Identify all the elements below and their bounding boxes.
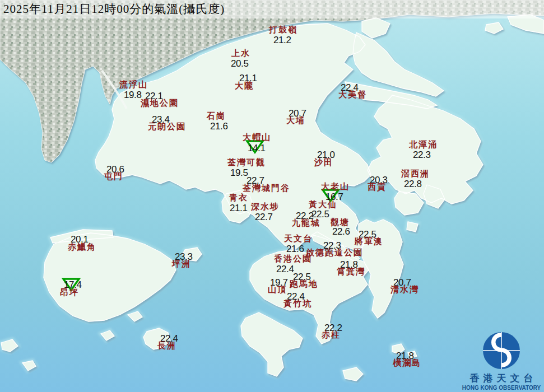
station-temp: 21.2 — [273, 35, 291, 45]
station-temp: 22.7 — [255, 212, 273, 222]
station-name: 赤鱲角 — [68, 243, 96, 251]
station-name: 打鼓嶺 — [269, 26, 297, 34]
station-temp: 22.6 — [332, 227, 350, 236]
station-temp: 19.8 — [124, 90, 142, 100]
station-temp: 22.4 — [276, 264, 294, 274]
temperature-map-page: 2025年11月21日12時00分的氣溫(攝氏度) 21.2打鼓嶺20.5上水2… — [0, 0, 544, 392]
station-name: 香港公園 — [274, 255, 312, 263]
station-temp: 22.8 — [404, 179, 422, 189]
station-name: 流浮山 — [119, 81, 148, 89]
station-name: 大老山 — [321, 183, 350, 191]
station-name: 荃灣可觀 — [227, 158, 266, 167]
station-name: 元朗公園 — [148, 123, 186, 131]
station-name: 山頂 — [268, 286, 287, 294]
station-temp: 21.6 — [210, 122, 228, 131]
station-name: 大美督 — [338, 91, 367, 99]
station-temp: 20.5 — [231, 59, 249, 68]
station-name: 跑馬地 — [290, 280, 318, 288]
station-name: 大隴 — [235, 82, 254, 90]
station-name: 橫瀾島 — [393, 359, 421, 367]
station-name: 坪洲 — [172, 260, 191, 268]
station-name: 筲箕灣 — [337, 268, 365, 276]
station-name: 深水埗 — [251, 203, 280, 211]
station-name: 黃大仙 — [309, 200, 337, 209]
station-name: 清水灣 — [390, 286, 419, 294]
station-name: 北潭涌 — [409, 141, 438, 149]
station-temp: 21.1 — [230, 203, 248, 213]
hko-logo-icon — [479, 330, 524, 373]
station-name: 沙田 — [314, 158, 333, 167]
station-name: 昂坪 — [60, 288, 79, 297]
station-name: 赤柱 — [322, 331, 341, 339]
hko-logo-name-english: HONG KONG OBSERVATORY — [461, 385, 542, 391]
station-name: 觀塘 — [331, 218, 350, 227]
station-name: 黃竹坑 — [283, 300, 312, 308]
station-name: 滘西洲 — [401, 170, 430, 178]
station-name: 將軍澳 — [355, 237, 383, 246]
station-name: 九龍城 — [292, 219, 320, 227]
station-temp: 14.1 — [248, 143, 266, 153]
station-temp: 21.6 — [286, 244, 304, 254]
station-name: 青衣 — [229, 194, 248, 202]
map-title: 2025年11月21日12時00分的氣溫(攝氏度) — [3, 1, 225, 17]
station-name: 屯門 — [104, 172, 123, 181]
station-name: 長洲 — [157, 342, 176, 350]
hko-logo: 香港天文台 HONG KONG OBSERVATORY — [461, 330, 542, 391]
station-name: 天文台 — [284, 235, 313, 243]
station-temp: 22.5 — [311, 209, 329, 219]
station-name: 濕地公園 — [141, 99, 179, 108]
station-name: 大埔 — [286, 116, 305, 125]
station-name: 上水 — [231, 49, 250, 58]
station-name: 荃灣城門谷 — [243, 184, 290, 193]
station-name: 大帽山 — [243, 133, 271, 142]
station-name: 西貢 — [368, 183, 387, 192]
station-temp: 19.5 — [230, 168, 248, 178]
station-name: 啟德跑道公園 — [306, 249, 363, 257]
station-name: 石崗 — [207, 112, 226, 120]
hko-logo-name-chinese: 香港天文台 — [461, 373, 542, 384]
station-temp: 22.3 — [413, 150, 431, 160]
